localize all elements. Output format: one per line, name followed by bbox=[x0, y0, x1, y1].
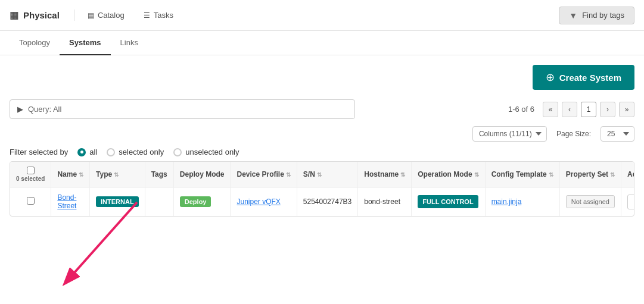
nav-catalog-link[interactable]: ▤ Catalog bbox=[79, 7, 133, 23]
create-system-button[interactable]: ⊕ Create System bbox=[533, 65, 634, 90]
type-badge: INTERNAL bbox=[96, 196, 139, 207]
row-name-cell: Bond-Street bbox=[51, 187, 90, 217]
row-operation-mode-cell: FULL CONTROL bbox=[412, 187, 485, 217]
property-set-button[interactable]: Not assigned bbox=[566, 195, 615, 208]
config-template-link[interactable]: main.jinja bbox=[491, 198, 522, 206]
query-row: ▶ Query: All 1-6 of 6 « ‹ 1 › » bbox=[10, 99, 634, 119]
page-wrapper: ▦ Physical ▤ Catalog ☰ Tasks ▼ Find by t… bbox=[0, 0, 644, 304]
prev-page-button[interactable]: ‹ bbox=[562, 102, 577, 117]
row-checkbox-cell bbox=[10, 187, 51, 217]
top-nav: ▦ Physical ▤ Catalog ☰ Tasks ▼ Find by t… bbox=[0, 0, 644, 31]
th-type: Type ⇅ bbox=[90, 162, 145, 187]
row-type-cell: INTERNAL bbox=[90, 187, 145, 217]
name-sort-icon[interactable]: ⇅ bbox=[79, 171, 83, 178]
filter-all-option[interactable]: all bbox=[77, 148, 97, 156]
page-size-select[interactable]: 25 10 50 100 bbox=[601, 126, 634, 142]
filter-all-radio[interactable] bbox=[77, 148, 86, 156]
next-page-button[interactable]: › bbox=[600, 102, 615, 117]
pagination-controls: 1-6 of 6 « ‹ 1 › » bbox=[508, 102, 634, 117]
th-tags: Tags bbox=[145, 162, 173, 187]
filter-selected-row: Filter selected by all selected only uns… bbox=[10, 148, 634, 156]
pagination-info: 1-6 of 6 bbox=[508, 105, 534, 114]
device-profile-link[interactable]: Juniper vQFX bbox=[237, 198, 280, 206]
config-template-sort-icon[interactable]: ⇅ bbox=[549, 171, 553, 178]
tabs-bar: Topology Systems Links bbox=[0, 31, 644, 55]
th-operation-mode: Operation Mode ⇅ bbox=[412, 162, 485, 187]
nav-links: ▤ Catalog ☰ Tasks bbox=[79, 7, 559, 23]
th-device-profile: Device Profile ⇅ bbox=[231, 162, 297, 187]
create-system-row: ⊕ Create System bbox=[10, 65, 634, 90]
row-actions-cell: 🗑 bbox=[621, 187, 634, 217]
columns-select[interactable]: Columns (11/11) bbox=[472, 126, 547, 142]
table-row: Bond-Street INTERNAL Deploy Juniper vQFX… bbox=[10, 187, 634, 217]
filter-selected-label: Filter selected by bbox=[10, 148, 68, 156]
filter-unselected-only-radio[interactable] bbox=[173, 148, 182, 156]
filter-unselected-only-option[interactable]: unselected only bbox=[173, 148, 239, 156]
property-set-sort-icon[interactable]: ⇅ bbox=[610, 171, 615, 178]
th-checkbox: 0 selected bbox=[10, 162, 51, 187]
current-page-button[interactable]: 1 bbox=[581, 102, 596, 117]
first-page-button[interactable]: « bbox=[543, 102, 558, 117]
row-checkbox[interactable] bbox=[27, 197, 35, 205]
th-deploy-mode: Deploy Mode bbox=[173, 162, 231, 187]
hostname-sort-icon[interactable]: ⇅ bbox=[400, 171, 405, 178]
trash-icon: 🗑 bbox=[633, 198, 634, 206]
row-hostname-cell: bond-street bbox=[358, 187, 412, 217]
query-arrow-icon: ▶ bbox=[17, 105, 23, 114]
row-tags-cell bbox=[145, 187, 173, 217]
plus-icon: ⊕ bbox=[546, 71, 555, 84]
sn-sort-icon[interactable]: ⇅ bbox=[317, 171, 322, 178]
catalog-icon: ▤ bbox=[88, 11, 94, 20]
th-actions: Actions bbox=[621, 162, 634, 187]
query-input[interactable]: ▶ Query: All bbox=[10, 99, 355, 119]
operation-mode-badge: FULL CONTROL bbox=[418, 195, 478, 208]
delete-button[interactable]: 🗑 bbox=[627, 195, 634, 209]
th-config-template: Config Template ⇅ bbox=[485, 162, 559, 187]
filter-icon: ▼ bbox=[569, 11, 577, 20]
row-deploy-mode-cell: Deploy bbox=[173, 187, 231, 217]
controls-row: Columns (11/11) Page Size: 25 10 50 100 bbox=[10, 126, 634, 142]
operation-mode-sort-icon[interactable]: ⇅ bbox=[474, 171, 479, 178]
th-property-set: Property Set ⇅ bbox=[559, 162, 621, 187]
tasks-icon: ☰ bbox=[144, 11, 150, 20]
physical-icon: ▦ bbox=[10, 10, 18, 21]
row-device-profile-cell: Juniper vQFX bbox=[231, 187, 297, 217]
nav-brand-label: Physical bbox=[23, 10, 60, 20]
system-name-link[interactable]: Bond-Street bbox=[57, 193, 76, 210]
device-profile-sort-icon[interactable]: ⇅ bbox=[286, 171, 291, 178]
nav-brand: ▦ Physical bbox=[10, 10, 74, 21]
page-size-label: Page Size: bbox=[556, 130, 591, 138]
type-sort-icon[interactable]: ⇅ bbox=[114, 171, 119, 178]
systems-table-container: 0 selected Name ⇅ Type ⇅ bbox=[10, 161, 634, 217]
row-config-template-cell: main.jinja bbox=[485, 187, 559, 217]
tab-topology[interactable]: Topology bbox=[10, 31, 60, 55]
filter-selected-only-radio[interactable] bbox=[107, 148, 115, 156]
th-name: Name ⇅ bbox=[51, 162, 90, 187]
row-property-set-cell: Not assigned bbox=[559, 187, 621, 217]
selected-count: 0 selected bbox=[16, 175, 45, 182]
last-page-button[interactable]: » bbox=[619, 102, 634, 117]
row-sn-cell: 5254002747B3 bbox=[297, 187, 357, 217]
filter-selected-only-option[interactable]: selected only bbox=[107, 148, 164, 156]
systems-table: 0 selected Name ⇅ Type ⇅ bbox=[10, 162, 634, 216]
main-content: ⊕ Create System ▶ Query: All 1-6 of 6 « … bbox=[0, 55, 644, 226]
find-by-tags-button[interactable]: ▼ Find by tags bbox=[559, 7, 634, 24]
table-header-row: 0 selected Name ⇅ Type ⇅ bbox=[10, 162, 634, 187]
select-all-checkbox[interactable] bbox=[27, 167, 35, 174]
th-hostname: Hostname ⇅ bbox=[358, 162, 412, 187]
th-sn: S/N ⇅ bbox=[297, 162, 357, 187]
deploy-mode-badge: Deploy bbox=[180, 196, 211, 207]
tab-systems[interactable]: Systems bbox=[60, 31, 110, 55]
tab-links[interactable]: Links bbox=[111, 31, 148, 55]
nav-tasks-link[interactable]: ☰ Tasks bbox=[135, 7, 182, 23]
